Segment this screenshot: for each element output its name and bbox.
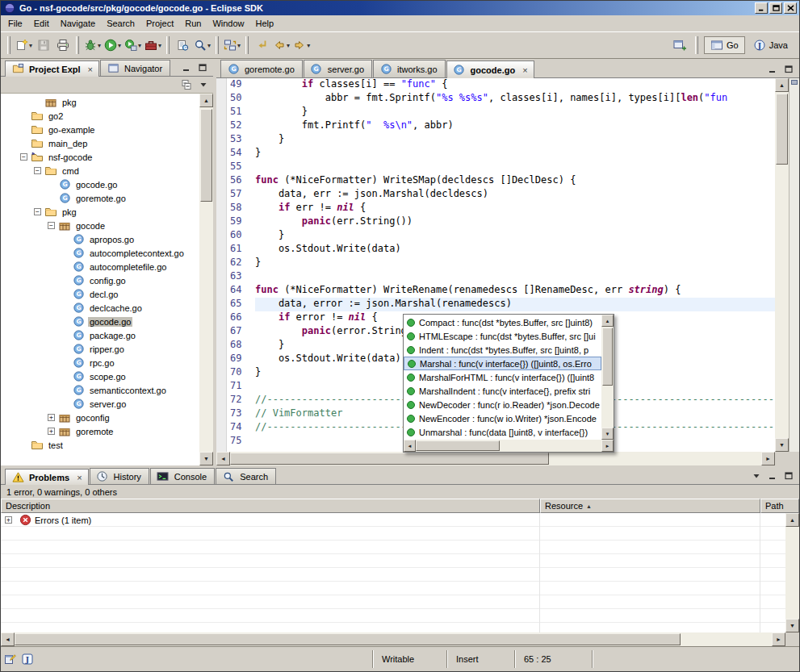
code-line-49[interactable]: if classes[i] == "func" { — [255, 78, 775, 92]
view-tab-console[interactable]: Console — [150, 468, 215, 484]
tree-item-autocompletefile-go[interactable]: Gautocompletefile.go — [1, 260, 199, 273]
code-line-65[interactable]: data, error := json.Marshal(renamedescs) — [255, 298, 775, 311]
dropdown-arrow-icon[interactable]: ▾ — [29, 42, 32, 49]
scrollbar-thumb[interactable] — [230, 453, 549, 465]
autocomplete-vertical-scrollbar[interactable]: ▲ ▼ — [601, 315, 614, 440]
menu-item-navigate[interactable]: Navigate — [55, 16, 101, 31]
minimize-view-button[interactable] — [180, 62, 193, 73]
dropdown-arrow-icon[interactable]: ▾ — [98, 42, 101, 49]
tree-item-rpc-go[interactable]: Grpc.go — [1, 356, 199, 369]
tree-item-nsf-gocode[interactable]: −nsf-gocode — [1, 150, 199, 164]
autocomplete-horizontal-scrollbar[interactable]: ◄ ► — [404, 440, 614, 452]
fast-view-icon[interactable] — [4, 653, 17, 666]
tree-item-main-dep[interactable]: main_dep — [1, 136, 199, 150]
code-line-53[interactable]: } — [255, 133, 775, 147]
autocomplete-item-newencoder[interactable]: NewEncoder : func(w io.Writer) *json.Enc… — [404, 411, 601, 425]
autocomplete-item-marshalindent[interactable]: MarshalIndent : func(v interface{}, pref… — [404, 384, 601, 398]
scroll-left-icon[interactable]: ◄ — [216, 452, 230, 465]
scrollbar-track[interactable] — [785, 527, 799, 619]
close-icon[interactable]: × — [88, 65, 93, 73]
last-edit-location-button[interactable] — [252, 35, 271, 55]
collapse-toggle-icon[interactable]: − — [34, 167, 41, 174]
scroll-up-icon[interactable]: ▲ — [601, 315, 614, 327]
scrollbar-thumb[interactable] — [416, 440, 500, 451]
tree-item-goremote[interactable]: +goremote — [1, 424, 199, 438]
code-line-55[interactable] — [255, 161, 775, 174]
save-button[interactable] — [34, 35, 53, 55]
run-button[interactable]: ▾ — [103, 35, 123, 55]
autocomplete-item-marshalforhtml[interactable]: MarshalForHTML : func(v interface{}) ([]… — [404, 370, 601, 384]
minimize-view-button[interactable] — [766, 470, 779, 482]
scroll-down-icon[interactable]: ▼ — [785, 619, 799, 632]
autocomplete-item-marshal[interactable]: Marshal : func(v interface{}) ([]uint8, … — [404, 357, 601, 370]
view-menu-button[interactable] — [197, 79, 210, 90]
expand-toggle-icon[interactable]: + — [5, 516, 12, 524]
view-menu-button[interactable] — [750, 470, 763, 482]
editor-tab-server-go[interactable]: Gserver.go — [304, 60, 372, 77]
scroll-up-icon[interactable]: ▲ — [785, 513, 799, 527]
scroll-down-icon[interactable]: ▼ — [601, 428, 614, 440]
tree-item-semanticcontext-go[interactable]: Gsemanticcontext.go — [1, 383, 199, 397]
perspective-go[interactable]: Go — [704, 36, 745, 54]
menu-item-edit[interactable]: Edit — [28, 16, 55, 31]
code-line-62[interactable]: } — [255, 257, 775, 270]
tree-item-goconfig[interactable]: +goconfig — [1, 411, 199, 424]
column-header-path[interactable]: Path — [760, 499, 799, 513]
menu-item-search[interactable]: Search — [101, 16, 140, 31]
scrollbar-thumb[interactable] — [15, 633, 681, 645]
scroll-right-icon[interactable]: ► — [761, 452, 775, 465]
tree-item-go2[interactable]: go2 — [1, 109, 199, 123]
view-tab-project-expl[interactable]: Project Expl× — [5, 61, 99, 77]
code-line-56[interactable]: func (*NiceFormatter) WriteSMap(decldesc… — [255, 174, 775, 188]
minimize-view-button[interactable] — [766, 64, 779, 75]
tree-item-server-go[interactable]: Gserver.go — [1, 397, 199, 411]
tree-item-apropos-go[interactable]: Gapropos.go — [1, 232, 199, 246]
editor-horizontal-scrollbar[interactable]: ◄ ► — [216, 452, 799, 465]
scrollbar-track[interactable] — [15, 632, 772, 646]
search-button[interactable]: ▾ — [192, 35, 212, 55]
view-tab-navigator[interactable]: Navigator — [100, 60, 170, 76]
tree-item-goremote-go[interactable]: Ggoremote.go — [1, 191, 199, 205]
view-tab-search[interactable]: Search — [216, 468, 276, 484]
tree-item-gocode[interactable]: −gocode — [1, 219, 199, 232]
maximize-view-button[interactable] — [782, 64, 795, 75]
external-tools-button[interactable]: ▾ — [143, 35, 163, 55]
problems-vertical-scrollbar[interactable]: ▲ ▼ — [785, 513, 799, 632]
editor-tab-goremote-go[interactable]: Ggoremote.go — [220, 60, 303, 77]
dropdown-arrow-icon[interactable]: ▾ — [237, 42, 241, 49]
menu-item-project[interactable]: Project — [140, 16, 179, 31]
code-line-64[interactable]: func (*NiceFormatter) WriteRename(rename… — [255, 284, 775, 298]
tree-item-autocompletecontext-go[interactable]: Gautocompletecontext.go — [1, 246, 199, 260]
view-tab-history[interactable]: History — [90, 468, 149, 484]
tree-item-cmd[interactable]: −cmd — [1, 164, 199, 177]
scroll-left-icon[interactable]: ◄ — [1, 632, 15, 646]
collapse-toggle-icon[interactable]: − — [48, 222, 55, 229]
problems-horizontal-scrollbar[interactable]: ◄ ► — [1, 632, 799, 646]
menu-item-file[interactable]: File — [2, 16, 28, 31]
scroll-left-icon[interactable]: ◄ — [404, 440, 416, 452]
autocomplete-item-newdecoder[interactable]: NewDecoder : func(r io.Reader) *json.Dec… — [404, 398, 601, 411]
tree-item-go-example[interactable]: go-example — [1, 123, 199, 136]
scroll-up-icon[interactable]: ▲ — [775, 78, 789, 92]
autocomplete-item-indent[interactable]: Indent : func(dst *bytes.Buffer, src []u… — [404, 343, 601, 357]
minimize-window-button[interactable] — [755, 2, 768, 14]
close-icon[interactable]: × — [522, 66, 527, 74]
expand-toggle-icon[interactable]: + — [48, 428, 55, 435]
code-line-54[interactable]: } — [255, 147, 775, 161]
dropdown-arrow-icon[interactable]: ▾ — [158, 42, 161, 49]
tree-item-decl-go[interactable]: Gdecl.go — [1, 287, 199, 301]
menu-item-window[interactable]: Window — [207, 16, 249, 31]
debug-button[interactable]: ▾ — [82, 35, 103, 55]
dropdown-arrow-icon[interactable]: ▾ — [307, 42, 310, 49]
code-line-59[interactable]: panic(err.String()) — [255, 215, 775, 229]
tree-item-ripper-go[interactable]: Gripper.go — [1, 342, 199, 356]
back-button[interactable]: ▾ — [271, 35, 291, 55]
java-status-icon[interactable]: J — [21, 653, 34, 666]
dropdown-arrow-icon[interactable]: ▾ — [138, 42, 141, 49]
code-line-58[interactable]: if err != nil { — [255, 202, 775, 215]
new-wizard-button[interactable]: ▾ — [14, 35, 34, 55]
tree-item-test[interactable]: test — [1, 438, 199, 452]
scrollbar-thumb[interactable] — [776, 94, 788, 165]
scrollbar-thumb[interactable] — [200, 109, 212, 202]
tree-item-package-go[interactable]: Gpackage.go — [1, 328, 199, 342]
